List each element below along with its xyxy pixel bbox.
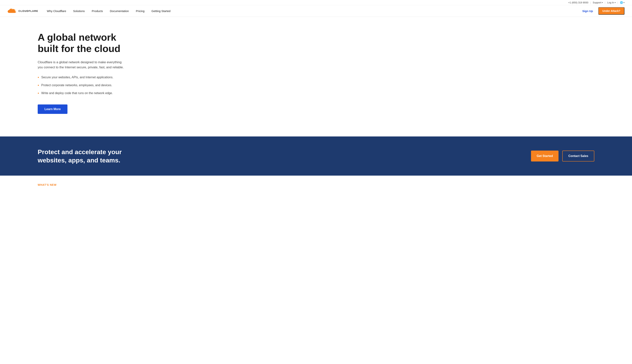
support-chevron-icon: ▾ <box>602 2 603 4</box>
list-item-text: Secure your websites, APIs, and Internet… <box>41 75 113 80</box>
list-item: Protect corporate networks, employees, a… <box>38 83 124 88</box>
nav-item-documentation[interactable]: Documentation <box>107 8 132 14</box>
hero-title: A global network built for the cloud <box>38 32 124 54</box>
separator-1: | <box>590 1 591 4</box>
hero-list: Secure your websites, APIs, and Internet… <box>38 75 124 96</box>
support-link[interactable]: Support ▾ <box>593 1 603 4</box>
list-item: Secure your websites, APIs, and Internet… <box>38 75 124 80</box>
phone-number: +1 (650) 319 8930 <box>568 1 588 4</box>
nav-links: Why Cloudflare Solutions Products Docume… <box>44 8 579 14</box>
globe-icon: 🌐 <box>620 1 623 4</box>
learn-more-button[interactable]: Learn More <box>38 104 68 114</box>
cta-band-buttons: Get Started Contact Sales <box>531 150 594 162</box>
nav-item-getting-started[interactable]: Getting Started <box>148 8 173 14</box>
whats-new-section: WHAT'S NEW <box>0 176 632 190</box>
globe-chevron-icon: ▾ <box>623 2 624 4</box>
support-label: Support <box>593 1 601 4</box>
cta-band: Protect and accelerate your websites, ap… <box>0 136 632 176</box>
login-label: Log In <box>607 1 614 4</box>
nav-actions: Sign Up Under Attack? <box>579 7 624 15</box>
nav-item-pricing[interactable]: Pricing <box>133 8 147 14</box>
navbar: CLOUDFLARE Why Cloudflare Solutions Prod… <box>0 5 632 17</box>
list-item: Write and deploy code that runs on the n… <box>38 91 124 96</box>
under-attack-button[interactable]: Under Attack? <box>598 7 624 15</box>
nav-item-solutions[interactable]: Solutions <box>70 8 88 14</box>
whats-new-label: WHAT'S NEW <box>38 183 57 186</box>
contact-sales-button[interactable]: Contact Sales <box>562 150 594 162</box>
sign-up-button[interactable]: Sign Up <box>579 8 596 14</box>
separator-3: | <box>617 1 618 4</box>
list-item-text: Protect corporate networks, employees, a… <box>41 83 112 88</box>
logo-text: CLOUDFLARE <box>19 10 38 12</box>
separator-2: | <box>605 1 605 4</box>
list-item-text: Write and deploy code that runs on the n… <box>41 91 113 96</box>
hero-description: Cloudflare is a global network designed … <box>38 60 124 70</box>
cta-band-title: Protect and accelerate your websites, ap… <box>38 148 143 164</box>
get-started-button[interactable]: Get Started <box>531 150 558 162</box>
login-chevron-icon: ▾ <box>615 2 616 4</box>
globe-link[interactable]: 🌐 ▾ <box>620 1 624 4</box>
cloudflare-logo-icon <box>8 8 17 14</box>
top-bar: +1 (650) 319 8930 | Support ▾ | Log In ▾… <box>0 0 632 5</box>
nav-item-why-cloudflare[interactable]: Why Cloudflare <box>44 8 69 14</box>
nav-item-products[interactable]: Products <box>89 8 106 14</box>
logo-link[interactable]: CLOUDFLARE <box>8 8 38 14</box>
login-link[interactable]: Log In ▾ <box>607 1 615 4</box>
hero-section: A global network built for the cloud Clo… <box>0 17 132 125</box>
